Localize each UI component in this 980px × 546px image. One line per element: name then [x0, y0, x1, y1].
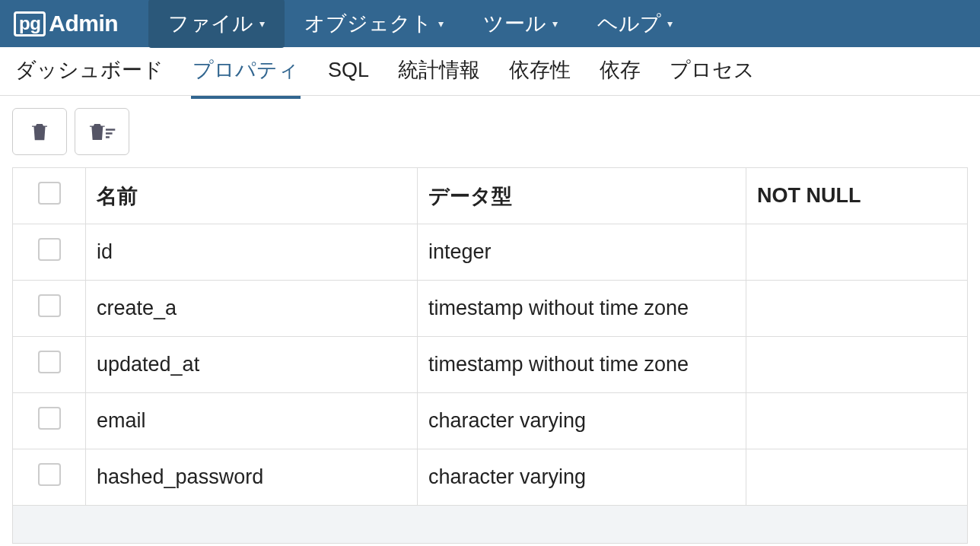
svg-rect-0: [106, 129, 115, 130]
select-all-checkbox[interactable]: [38, 182, 61, 205]
svg-rect-1: [106, 132, 113, 134]
tab-statistics[interactable]: 統計情報: [396, 44, 482, 99]
menu-help-label: ヘルプ: [597, 10, 661, 37]
row-checkbox-cell: [13, 224, 86, 281]
menu-object[interactable]: オブジェクト ▾: [285, 0, 463, 48]
chevron-down-icon: ▾: [438, 17, 444, 30]
row-checkbox[interactable]: [38, 294, 61, 317]
logo-text: Admin: [49, 11, 118, 37]
row-checkbox[interactable]: [38, 463, 61, 486]
header-name[interactable]: 名前: [86, 168, 418, 224]
cell-datatype[interactable]: timestamp without time zone: [418, 281, 746, 337]
cell-name[interactable]: id: [86, 224, 418, 281]
columns-table-wrap: 名前 データ型 NOT NULL idintegercreate_atimest…: [0, 167, 980, 544]
row-checkbox[interactable]: [38, 238, 61, 261]
table-row[interactable]: emailcharacter varying: [13, 393, 968, 449]
top-navbar: pgAdmin ファイル ▾ オブジェクト ▾ ツール ▾ ヘルプ ▾: [0, 0, 980, 47]
menu-file[interactable]: ファイル ▾: [148, 0, 285, 48]
tab-dependencies[interactable]: 依存性: [508, 44, 572, 99]
app-logo: pgAdmin: [14, 11, 118, 37]
tab-bar: ダッシュボード プロパティ SQL 統計情報 依存性 依存 プロセス: [0, 47, 980, 96]
tab-dependents[interactable]: 依存: [598, 44, 642, 99]
header-checkbox-cell: [13, 168, 86, 224]
menu-help[interactable]: ヘルプ ▾: [578, 0, 692, 48]
columns-table: 名前 データ型 NOT NULL idintegercreate_atimest…: [12, 167, 968, 506]
row-checkbox[interactable]: [38, 407, 61, 430]
cell-name[interactable]: updated_at: [86, 337, 418, 393]
row-checkbox[interactable]: [38, 351, 61, 373]
header-notnull[interactable]: NOT NULL: [746, 168, 968, 224]
tab-processes[interactable]: プロセス: [668, 44, 756, 99]
cell-notnull[interactable]: [746, 224, 968, 281]
svg-rect-2: [106, 136, 110, 138]
table-header-row: 名前 データ型 NOT NULL: [13, 168, 968, 224]
cell-notnull[interactable]: [746, 449, 968, 506]
cell-name[interactable]: hashed_password: [86, 449, 418, 506]
menu-tools-label: ツール: [483, 10, 546, 37]
trash-icon: [28, 119, 51, 144]
menu-file-label: ファイル: [168, 10, 253, 37]
table-row[interactable]: create_atimestamp without time zone: [13, 281, 968, 337]
cell-notnull[interactable]: [746, 281, 968, 337]
cell-datatype[interactable]: timestamp without time zone: [418, 337, 746, 393]
tab-properties[interactable]: プロパティ: [191, 44, 301, 99]
delete-button[interactable]: [12, 108, 67, 155]
cell-datatype[interactable]: character varying: [418, 393, 746, 449]
cell-notnull[interactable]: [746, 393, 968, 449]
menu-object-label: オブジェクト: [304, 10, 432, 37]
table-row[interactable]: updated_attimestamp without time zone: [13, 337, 968, 393]
logo-box: pg: [14, 11, 46, 37]
header-datatype[interactable]: データ型: [418, 168, 746, 224]
cell-name[interactable]: create_a: [86, 281, 418, 337]
row-checkbox-cell: [13, 281, 86, 337]
tab-sql[interactable]: SQL: [326, 46, 371, 97]
toolbar: [0, 96, 980, 167]
main-menu: ファイル ▾ オブジェクト ▾ ツール ▾ ヘルプ ▾: [148, 0, 692, 48]
cell-name[interactable]: email: [86, 393, 418, 449]
delete-cascade-button[interactable]: [75, 108, 129, 155]
row-checkbox-cell: [13, 393, 86, 449]
table-footer: [12, 506, 968, 544]
tab-dashboard[interactable]: ダッシュボード: [14, 44, 165, 99]
chevron-down-icon: ▾: [667, 17, 673, 30]
trash-lines-icon: [86, 119, 118, 144]
cell-datatype[interactable]: character varying: [418, 449, 746, 506]
chevron-down-icon: ▾: [552, 17, 558, 30]
menu-tools[interactable]: ツール ▾: [463, 0, 578, 48]
row-checkbox-cell: [13, 337, 86, 393]
table-row[interactable]: hashed_passwordcharacter varying: [13, 449, 968, 506]
cell-datatype[interactable]: integer: [418, 224, 746, 281]
chevron-down-icon: ▾: [259, 17, 265, 30]
table-row[interactable]: idinteger: [13, 224, 968, 281]
row-checkbox-cell: [13, 449, 86, 506]
cell-notnull[interactable]: [746, 337, 968, 393]
